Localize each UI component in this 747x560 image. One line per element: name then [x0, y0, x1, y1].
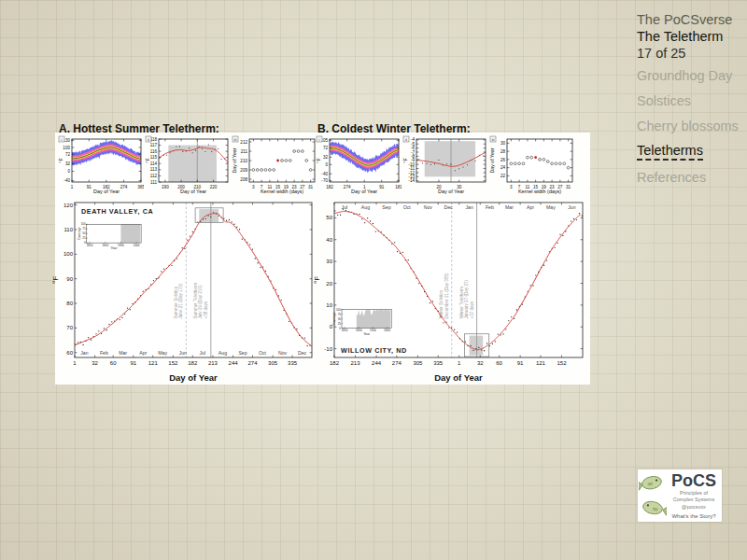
- chart-a-death-valley-main: Summer SolsticeJune 21 (Day 172)Summer T…: [50, 196, 316, 386]
- svg-text:1: 1: [458, 360, 461, 366]
- svg-text:208: 208: [240, 177, 247, 182]
- svg-text:1900: 1900: [102, 244, 108, 247]
- svg-text:209: 209: [240, 168, 247, 173]
- svg-text:31: 31: [566, 185, 571, 189]
- svg-text:274: 274: [120, 185, 128, 189]
- svg-text:26: 26: [500, 158, 506, 162]
- svg-text:Winter Teletherm: Winter Teletherm: [459, 287, 464, 319]
- svg-text:Dec: Dec: [298, 350, 307, 356]
- sidebar-item-references[interactable]: References: [637, 170, 706, 185]
- svg-text:°F: °F: [51, 276, 60, 284]
- svg-text:Nov: Nov: [278, 350, 288, 356]
- svg-text:-10: -10: [324, 346, 332, 352]
- svg-text:20: 20: [326, 281, 332, 287]
- svg-text:91: 91: [87, 185, 92, 189]
- pocs-logo[interactable]: PoCS Principles of Complex Systems @pocs…: [638, 469, 722, 522]
- svg-text:Summer Solstice: Summer Solstice: [174, 286, 178, 318]
- svg-text:Jan: Jan: [465, 204, 472, 210]
- svg-text:213: 213: [351, 360, 361, 366]
- svg-text:1950: 1950: [370, 329, 376, 332]
- svg-text:Coverage: Coverage: [332, 312, 336, 325]
- svg-text:Nov: Nov: [424, 204, 433, 210]
- logo-line2: Complex Systems: [667, 497, 721, 503]
- sidebar-page-number: 17 of 25: [637, 46, 685, 61]
- svg-text:1950: 1950: [118, 244, 124, 247]
- svg-text:Mar: Mar: [119, 350, 127, 356]
- svg-text:Aug: Aug: [361, 204, 370, 210]
- svg-text:25: 25: [338, 322, 342, 326]
- svg-text:Apr: Apr: [527, 204, 534, 210]
- sidebar-item-groundhog-day[interactable]: Groundhog Day: [637, 68, 732, 83]
- svg-text:2000: 2000: [134, 244, 140, 247]
- svg-text:70: 70: [66, 325, 73, 330]
- svg-text:112: 112: [150, 174, 158, 178]
- svg-text:110: 110: [63, 227, 73, 232]
- sidebar-lecture-title: The Teletherm: [637, 29, 723, 44]
- svg-text:50: 50: [338, 317, 342, 321]
- svg-text:50: 50: [82, 231, 86, 235]
- svg-text:ii: ii: [148, 138, 149, 142]
- svg-text:iii: iii: [492, 138, 495, 142]
- svg-text:100: 100: [336, 308, 341, 312]
- chart-b-willow-city-main: Winter SolsticeDecember 21 (Day 355)Wint…: [312, 196, 586, 386]
- svg-text:60: 60: [496, 360, 502, 366]
- svg-text:3: 3: [510, 185, 513, 189]
- svg-text:114: 114: [150, 161, 158, 166]
- sidebar-item-solstices[interactable]: Solstices: [637, 93, 691, 108]
- svg-text:365: 365: [137, 185, 144, 189]
- svg-text:°F: °F: [316, 158, 321, 162]
- svg-text:-14: -14: [408, 178, 415, 183]
- svg-text:100: 100: [63, 146, 70, 150]
- svg-text:Oct: Oct: [259, 350, 267, 356]
- svg-text:75: 75: [82, 227, 86, 231]
- logo-tagline: What's the Story?: [667, 513, 721, 519]
- svg-text:Jul: Jul: [342, 204, 348, 210]
- svg-text:274: 274: [247, 360, 258, 366]
- svg-text:50: 50: [326, 215, 332, 220]
- svg-text:Feb: Feb: [100, 350, 108, 356]
- svg-text:22: 22: [500, 174, 506, 178]
- svg-text:May: May: [158, 350, 167, 356]
- chart-b-kernel-width: 371115192327312224262830Kernel width (da…: [489, 135, 575, 199]
- svg-text:ii: ii: [405, 138, 407, 142]
- svg-text:3: 3: [252, 185, 255, 189]
- svg-text:116: 116: [150, 149, 158, 154]
- svg-text:WILLOW CITY, ND: WILLOW CITY, ND: [341, 346, 407, 355]
- svg-text:182: 182: [326, 185, 333, 189]
- svg-text:25: 25: [82, 236, 86, 240]
- sidebar-item-teletherms[interactable]: Teletherms: [637, 143, 703, 161]
- svg-text:72: 72: [323, 146, 329, 150]
- svg-text:90: 90: [66, 276, 73, 282]
- svg-text:1: 1: [71, 185, 74, 189]
- svg-text:2000: 2000: [384, 329, 390, 332]
- svg-text:Day of Year: Day of Year: [232, 147, 237, 173]
- svg-text:Day of Year: Day of Year: [93, 189, 120, 194]
- svg-text:91: 91: [130, 360, 136, 366]
- svg-text:Coverage: Coverage: [78, 227, 81, 240]
- panel-b-title: B. Coldest Winter Teletherm:: [317, 122, 471, 135]
- svg-text:305: 305: [268, 360, 278, 366]
- svg-text:40: 40: [326, 237, 332, 243]
- sidebar-item-cherry-blossoms[interactable]: Cherry blossoms: [637, 119, 739, 133]
- svg-text:May: May: [546, 204, 556, 210]
- svg-text:32: 32: [477, 360, 484, 366]
- svg-text:30: 30: [500, 141, 506, 146]
- svg-text:100: 100: [63, 251, 74, 257]
- svg-text:Day of Year: Day of Year: [489, 147, 495, 173]
- svg-text:Day of Year: Day of Year: [434, 372, 483, 383]
- svg-text:32: 32: [92, 360, 98, 366]
- svg-text:Jul: Jul: [199, 350, 205, 356]
- chart-b-seasonal-distribution: 18227419118110572320-40-70Day of Year°Fi: [316, 135, 402, 199]
- svg-text:32: 32: [323, 155, 329, 160]
- fish-logo-icon: [639, 470, 667, 521]
- svg-text:Apr: Apr: [139, 350, 147, 356]
- svg-text:28: 28: [500, 149, 506, 154]
- svg-text:-70: -70: [321, 178, 328, 183]
- svg-text:Oct: Oct: [403, 204, 412, 210]
- svg-text:80: 80: [66, 301, 73, 306]
- svg-text:-40: -40: [321, 172, 328, 176]
- svg-text:January 27 (Day 27): January 27 (Day 27): [464, 279, 469, 318]
- chart-a-kernel-width: 37111519232731208209210211212Kernel widt…: [232, 135, 317, 199]
- svg-text:30: 30: [326, 259, 332, 264]
- svg-text:iii: iii: [234, 138, 237, 142]
